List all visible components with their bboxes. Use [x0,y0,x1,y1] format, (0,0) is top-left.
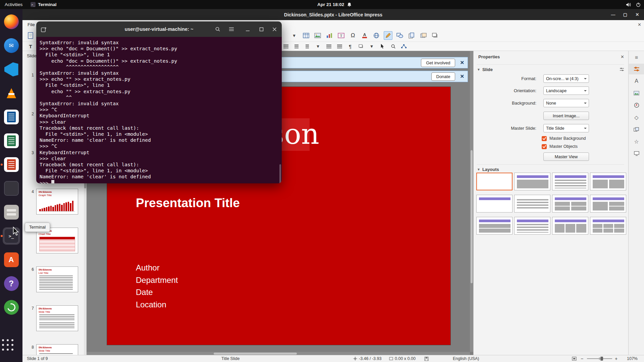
layout-title-2content[interactable] [590,173,626,190]
statusbar-layout-name[interactable]: Title Slide [221,355,239,362]
impress-close-button[interactable]: ✕ [634,12,641,17]
software-updater-icon[interactable] [3,299,20,316]
slide-section-header[interactable]: ▼ Slide [477,64,624,73]
ubuntu-software-icon[interactable]: A [3,251,20,268]
zoom-percentage[interactable]: 107% [627,355,638,362]
zoom-out-icon[interactable]: − [581,355,583,362]
paragraph-icon[interactable]: ¶ [346,43,354,50]
tab-slide-transition[interactable] [629,124,644,135]
focused-app-indicator[interactable]: >_ Terminal [27,2,60,7]
layout-title-content-lines[interactable] [552,173,588,190]
tab-navigator[interactable] [629,100,644,111]
layout-title-4content[interactable] [552,195,588,213]
new-tab-icon[interactable] [40,25,48,33]
show-draw-functions-icon[interactable] [384,31,392,40]
slide-meta-text[interactable]: Author Department Date Location [136,262,178,311]
layout-title-only[interactable] [476,195,513,213]
file-manager-icon[interactable] [3,203,20,221]
terminal-scrollbar[interactable] [279,164,281,183]
slide-title-text[interactable]: Presentation Title [136,196,240,210]
thunderbird-icon[interactable]: ✉ [3,37,20,54]
impress-minimize-button[interactable]: — [610,12,616,17]
slide-4-thumbnail[interactable]: Dickinson Graph Title [36,189,78,215]
zoom-slider[interactable] [587,355,612,362]
sidebar-settings-icon[interactable]: ≡ [629,52,644,63]
master-view-button[interactable]: Master View [543,153,589,161]
zoom-tool-icon[interactable] [389,43,397,50]
align-left-icon[interactable] [282,43,290,50]
format-dropdown[interactable]: On-scre... w (4:3) [543,74,589,83]
zoom-in-icon[interactable]: + [615,355,618,362]
libreoffice-calc-icon[interactable] [3,132,20,149]
shadow-icon[interactable] [431,31,439,40]
edit-points-icon[interactable] [400,43,408,50]
firefox-icon[interactable] [3,13,20,31]
tab-gallery[interactable] [629,88,644,99]
background-dropdown[interactable]: None [543,99,589,107]
terminal-body[interactable]: SyntaxError: invalid syntax >>> echo "do… [36,37,282,183]
increase-indent-icon[interactable] [325,43,333,50]
terminal-menu-icon[interactable] [227,25,235,33]
insert-image-button[interactable]: Insert Image... [543,112,589,120]
zoom-fit-icon[interactable] [572,355,577,362]
close-document-icon[interactable]: ✕ [638,20,641,29]
insert-chart-icon[interactable] [325,31,334,40]
libreoffice-writer-icon[interactable] [3,108,20,126]
clock[interactable]: Apr 21 18:02 [317,2,352,7]
new-document-icon[interactable] [26,31,35,40]
activities-button[interactable]: Activities [0,0,27,9]
insert-image-icon[interactable] [313,31,322,40]
unsaved-changes-icon[interactable] [424,355,429,362]
slide-6-thumbnail[interactable]: Dickinson List Title [36,266,78,292]
zoom-slider-thumb[interactable] [600,357,603,361]
terminal-minimize-icon[interactable] [244,25,252,33]
menu-file[interactable]: File [24,20,38,29]
shadow-toggle-icon[interactable] [357,43,365,50]
terminal-titlebar[interactable]: user@user-virtual-machine: ~ [36,21,282,37]
select-tool-icon[interactable] [378,43,386,50]
arrow-style-dropdown-icon[interactable]: ▾ [368,43,376,50]
master-objects-checkbox[interactable] [542,144,547,149]
terminal-search-icon[interactable] [214,25,222,33]
layout-blank[interactable] [476,173,513,190]
dark-app-icon[interactable] [3,180,20,197]
layout-title-content[interactable] [514,173,550,190]
gallery-icon[interactable] [419,31,428,40]
special-character-icon[interactable]: Ω [348,31,357,40]
tab-properties[interactable] [629,64,644,74]
insert-table-icon[interactable] [302,31,310,40]
close-sidebar-deck-icon[interactable]: ✕ [621,54,624,59]
layout-title-6content[interactable] [590,217,626,235]
power-icon[interactable] [636,2,641,7]
spacing-dropdown-icon[interactable]: ▾ [314,43,322,50]
layout-title-2rows[interactable] [476,217,513,235]
insert-textbox-icon[interactable]: T [337,31,345,40]
layout-title-outline[interactable] [514,217,550,235]
impress-maximize-button[interactable]: ▢ [622,12,629,17]
tab-master-slides[interactable] [629,148,644,159]
terminal-close-icon[interactable] [270,25,278,33]
layout-title-3content[interactable] [552,217,588,235]
help-icon[interactable]: ? [3,275,20,292]
tab-shapes[interactable]: ◇ [629,112,644,123]
volume-icon[interactable] [626,2,631,7]
impress-titlebar[interactable]: Dickinson_Slides.pptx - LibreOffice Impr… [22,9,644,20]
master-background-checkbox[interactable] [542,136,547,141]
libreoffice-impress-icon[interactable] [3,156,20,173]
statusbar-language[interactable]: English (USA) [453,355,479,362]
app-grid-icon[interactable] [3,340,20,357]
vlc-icon[interactable] [3,84,20,102]
font-color-icon[interactable]: A [360,31,369,40]
canvas-vertical-scrollbar[interactable] [470,51,473,352]
orientation-dropdown[interactable]: Landscape [543,86,589,95]
hyperlink-icon[interactable] [372,31,381,40]
slide-7-thumbnail[interactable]: Dickinson Slide Title [36,305,78,331]
infobar-close-icon[interactable]: ✕ [460,73,464,79]
infobar-close-icon[interactable]: ✕ [460,60,464,66]
align-center-icon[interactable] [292,43,301,50]
tab-animation[interactable]: ☆ [629,136,644,147]
layout-title-content-2content[interactable] [590,195,626,213]
toolbar-overflow-chevron-icon[interactable]: ▾ [290,31,299,40]
donate-button[interactable]: Donate [431,72,455,81]
vscode-icon[interactable] [3,61,20,78]
